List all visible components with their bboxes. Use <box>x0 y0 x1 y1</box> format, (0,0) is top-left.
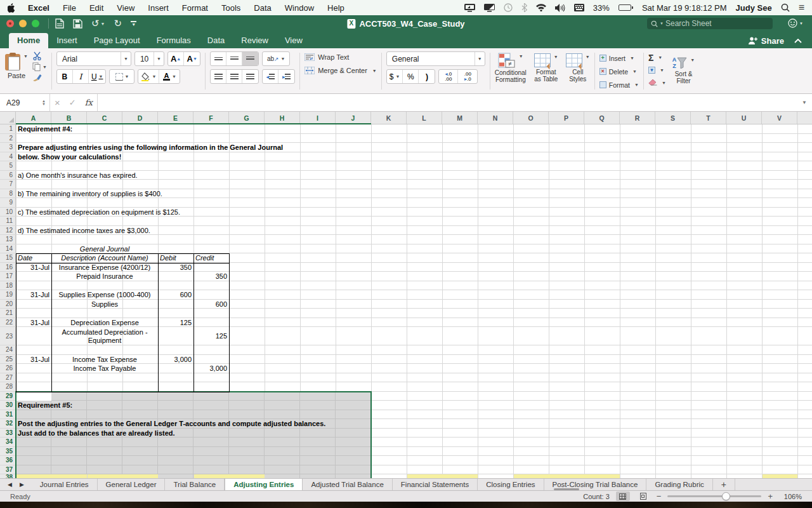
zoom-slider[interactable] <box>667 495 761 497</box>
insert-cells-button[interactable]: +Insert▼ <box>599 53 639 63</box>
cell-R8C1[interactable]: b) The remaining inventory of supplies i… <box>16 189 371 199</box>
menu-bar-clock[interactable]: Sat Mar 19 9:18:12 PM <box>642 3 727 13</box>
cell-R15C1[interactable]: Date <box>16 253 51 263</box>
align-top-button[interactable] <box>211 52 226 65</box>
row-header-23[interactable]: 23 <box>0 327 16 345</box>
row-header-22[interactable]: 22 <box>0 318 16 327</box>
zoom-in-button[interactable]: + <box>768 491 773 501</box>
row-header-35[interactable]: 35 <box>0 447 16 456</box>
row-header-8[interactable]: 8 <box>0 189 16 198</box>
orientation-button[interactable]: ab↗▼ <box>262 51 290 66</box>
expand-formula-bar-icon[interactable]: ▼ <box>802 100 807 105</box>
cell-R10C1[interactable]: c) The estimated depreciation on equipme… <box>16 208 371 217</box>
clear-button[interactable]: ▼ <box>648 78 666 88</box>
italic-button[interactable]: I <box>73 70 89 83</box>
row-header-2[interactable]: 2 <box>0 134 16 143</box>
cell-R17C2[interactable]: Prepaid Insurance <box>51 272 158 281</box>
menu-data[interactable]: Data <box>254 3 271 13</box>
zoom-window-button[interactable] <box>32 20 39 27</box>
cell-R25C5[interactable]: 3,000 <box>158 355 193 364</box>
keyboard-viewer-icon[interactable] <box>574 4 584 11</box>
row-header-3[interactable]: 3 <box>0 143 16 152</box>
row-header-4[interactable]: 4 <box>0 152 16 161</box>
sheet-tab-adjusting-entries[interactable]: Adjusting Entries <box>225 479 303 490</box>
insert-function-icon[interactable]: fx <box>85 98 93 107</box>
minimize-button[interactable] <box>19 20 27 27</box>
format-cells-button[interactable]: Format▼ <box>599 80 639 90</box>
cell-R19C2[interactable]: Supplies Expense (1000-400) <box>51 290 158 300</box>
column-header-N[interactable]: N <box>478 112 513 124</box>
shrink-font-button[interactable]: A▼ <box>184 52 200 65</box>
cell-R6C1[interactable]: a) One month's insurance has expired. <box>16 171 371 180</box>
sheet-tab-closing-entries[interactable]: Closing Entries <box>478 479 544 490</box>
sheet-tab-general-ledger[interactable]: General Ledger <box>98 479 166 490</box>
time-machine-icon[interactable] <box>504 3 513 12</box>
row-header-34[interactable]: 34 <box>0 438 16 446</box>
row-header-14[interactable]: 14 <box>0 244 16 253</box>
cell-R22C1[interactable]: 31-Jul <box>16 318 51 328</box>
menu-tools[interactable]: Tools <box>221 3 240 13</box>
row-header-13[interactable]: 13 <box>0 235 16 244</box>
column-header-O[interactable]: O <box>513 112 549 124</box>
cell-R12C1[interactable]: d) The estimated income taxes are $3,000… <box>16 226 371 236</box>
cell-R22C5[interactable]: 125 <box>158 318 193 328</box>
row-header-21[interactable]: 21 <box>0 309 16 318</box>
menu-help[interactable]: Help <box>327 3 344 13</box>
cell-R22C2[interactable]: Depreciation Expense <box>51 318 158 328</box>
sheet-tab-trial-balance[interactable]: Trial Balance <box>165 479 225 490</box>
menu-format[interactable]: Format <box>182 3 208 13</box>
delete-cells-button[interactable]: ×Delete▼ <box>599 67 639 76</box>
apple-menu-icon[interactable] <box>8 3 16 13</box>
cell-R20C2[interactable]: Supplies <box>51 300 158 309</box>
horizontal-scrollbar[interactable] <box>554 488 579 490</box>
conditional-formatting-button[interactable]: ≠ ▼ ConditionalFormatting <box>495 53 527 83</box>
column-header-B[interactable]: B <box>51 112 87 124</box>
column-header-P[interactable]: P <box>549 112 584 124</box>
enter-icon[interactable]: ✓ <box>69 98 76 107</box>
zoom-slider-thumb[interactable] <box>722 492 730 500</box>
row-header-17[interactable]: 17 <box>0 272 16 281</box>
row-header-27[interactable]: 27 <box>0 373 16 382</box>
align-left-button[interactable] <box>211 70 226 83</box>
row-header-18[interactable]: 18 <box>0 281 16 290</box>
add-sheet-button[interactable]: + <box>713 479 735 490</box>
increase-decimal-button[interactable]: ◂.0.00 <box>439 70 458 83</box>
menu-edit[interactable]: Edit <box>89 3 103 13</box>
wifi-icon[interactable] <box>536 4 546 11</box>
row-header-29[interactable]: 29 <box>0 392 16 401</box>
sheet-tab-journal-entries[interactable]: Journal Entries <box>32 479 98 490</box>
cell-styles-button[interactable]: ▼ CellStyles <box>566 53 590 83</box>
row-header-31[interactable]: 31 <box>0 410 16 419</box>
menu-insert[interactable]: Insert <box>148 3 169 13</box>
close-button[interactable] <box>6 20 14 27</box>
column-header-U[interactable]: U <box>726 112 762 124</box>
paste-button[interactable]: ▼ Paste <box>5 54 28 79</box>
underline-button[interactable]: U▼ <box>89 70 106 83</box>
cell-R17C6[interactable]: 350 <box>193 272 229 281</box>
cell-R25C1[interactable]: 31-Jul <box>16 355 51 364</box>
cell-R23C2[interactable]: Accumulated Depreciation - Equipment <box>51 327 158 345</box>
row-header-24[interactable]: 24 <box>0 345 16 354</box>
new-workbook-icon[interactable] <box>55 18 64 29</box>
align-center-button[interactable] <box>226 70 242 83</box>
cell-R23C6[interactable]: 125 <box>193 327 229 345</box>
menu-file[interactable]: File <box>63 3 76 13</box>
feedback-smiley-button[interactable]: ▼ <box>788 18 803 28</box>
cell-R16C5[interactable]: 350 <box>158 263 193 272</box>
merge-dropdown[interactable]: ▼ <box>372 69 377 73</box>
column-header-L[interactable]: L <box>407 112 442 124</box>
ribbon-tab-insert[interactable]: Insert <box>48 33 86 48</box>
cancel-icon[interactable]: × <box>55 97 60 108</box>
format-painter-button[interactable] <box>32 73 47 81</box>
merge-center-button[interactable]: Merge & Center ▼ <box>304 67 377 74</box>
cell-R15C5[interactable]: Debit <box>158 253 193 263</box>
column-header-E[interactable]: E <box>158 112 193 124</box>
row-header-36[interactable]: 36 <box>0 456 16 465</box>
align-bottom-button[interactable] <box>242 52 258 65</box>
cell-R3C1[interactable]: Prepare adjusting entries using the foll… <box>16 143 371 152</box>
bluetooth-icon[interactable] <box>521 3 527 12</box>
cell-R19C1[interactable]: 31-Jul <box>16 290 51 300</box>
customize-toolbar-icon[interactable]: ▼ <box>131 21 136 26</box>
ribbon-tab-formulas[interactable]: Formulas <box>148 33 199 48</box>
column-header-T[interactable]: T <box>691 112 726 124</box>
